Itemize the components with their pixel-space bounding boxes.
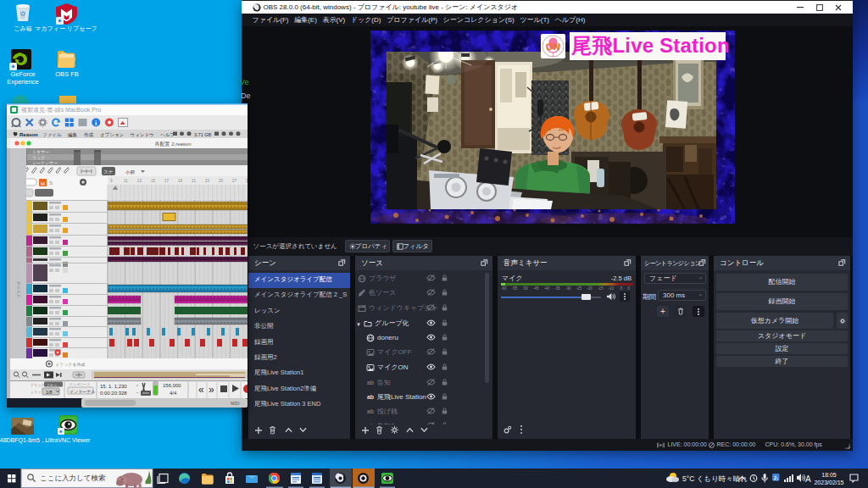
svg-text:15: 15 (151, 179, 156, 183)
svg-text:ファイル: ファイル (42, 132, 62, 137)
svg-text:トラックを作成: トラックを作成 (55, 362, 86, 367)
svg-text:Reason: Reason (19, 132, 38, 137)
svg-text:18:05: 18:05 (821, 472, 837, 478)
svg-text:A: A (805, 474, 811, 484)
svg-text:15. 1. 1,230: 15. 1. 1,230 (100, 384, 127, 389)
svg-text:ごみ箱: ごみ箱 (14, 25, 31, 31)
svg-text:29: 29 (246, 179, 248, 183)
svg-text:作成: 作成 (84, 132, 94, 137)
svg-text:S: S (49, 180, 53, 186)
svg-text:あ: あ (773, 475, 778, 481)
svg-text:17: 17 (164, 179, 170, 183)
svg-text:ブラウザ: ブラウザ (16, 281, 21, 298)
svg-text:«: « (198, 384, 204, 396)
svg-text:小節: 小節 (125, 169, 136, 175)
svg-text:⌃⌄: ⌃⌄ (136, 384, 139, 394)
svg-text:0:00:20:328: 0:00:20:328 (100, 391, 127, 396)
svg-text:ヘルプ: ヘルプ (160, 132, 175, 137)
svg-text:-48DBFQ1-6m5 ...: -48DBFQ1-6m5 ... (0, 437, 47, 444)
svg-text:テンポソース: テンポソース (70, 382, 90, 386)
svg-text:23: 23 (205, 179, 210, 183)
svg-text:インターナル: インターナル (70, 389, 96, 394)
svg-text:156,000: 156,000 (163, 383, 181, 388)
svg-text:3.71 GB: 3.71 GB (194, 132, 212, 137)
svg-text:GeForce: GeForce (10, 70, 35, 78)
svg-text:2023/02/15: 2023/02/15 (814, 480, 843, 485)
svg-text:27: 27 (232, 179, 237, 183)
svg-text:25: 25 (219, 179, 224, 183)
svg-text:4/4: 4/4 (170, 391, 177, 396)
svg-text:UltraVNC Viewer: UltraVNC Viewer (46, 437, 91, 443)
svg-text:21: 21 (192, 179, 197, 183)
svg-text:複製遠見-雪-緑s MacBook Pro: 複製遠見-雪-緑s MacBook Pro (21, 107, 101, 114)
svg-text:ON: ON (546, 42, 560, 52)
svg-text:13: 13 (137, 179, 142, 183)
svg-text:MIDI: MIDI (231, 401, 240, 406)
svg-text:編集: 編集 (67, 132, 78, 137)
svg-text:スナ: スナ (103, 169, 114, 175)
svg-text:ラック: ラック (32, 155, 45, 160)
svg-text:M: M (41, 181, 45, 186)
svg-text:マカフィー リブセーフ: マカフィー リブセーフ (35, 25, 97, 32)
svg-text:»: » (209, 384, 214, 396)
svg-text:OBS FB: OBS FB (55, 70, 79, 78)
svg-text:シーケンサー: シーケンサー (32, 160, 58, 165)
svg-text:ここに入力して検索: ここに入力して検索 (40, 474, 106, 482)
svg-text:19: 19 (178, 179, 183, 183)
svg-text:Experience: Experience (7, 78, 39, 86)
svg-text:ミキサー: ミキサー (32, 149, 49, 154)
svg-text:1/8: 1/8 (46, 390, 53, 395)
svg-text:オプション: オプション (100, 132, 125, 138)
svg-text:11: 11 (124, 179, 128, 183)
svg-text:クリック: クリック (31, 383, 44, 387)
svg-text:クオン: クオン (47, 383, 57, 387)
svg-text:5°C くもり時々晴れ: 5°C くもり時々晴れ (682, 474, 748, 483)
svg-text:ウィンドウ: ウィンドウ (131, 132, 154, 137)
svg-text:再配置 2.reason: 再配置 2.reason (154, 141, 191, 147)
